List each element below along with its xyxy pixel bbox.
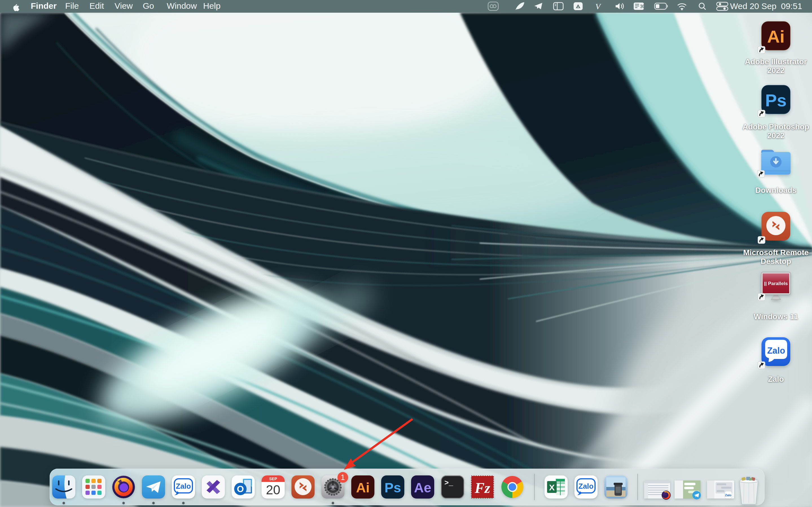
svg-text:⌘: ⌘ (640, 4, 645, 9)
svg-text:V: V (595, 2, 601, 11)
